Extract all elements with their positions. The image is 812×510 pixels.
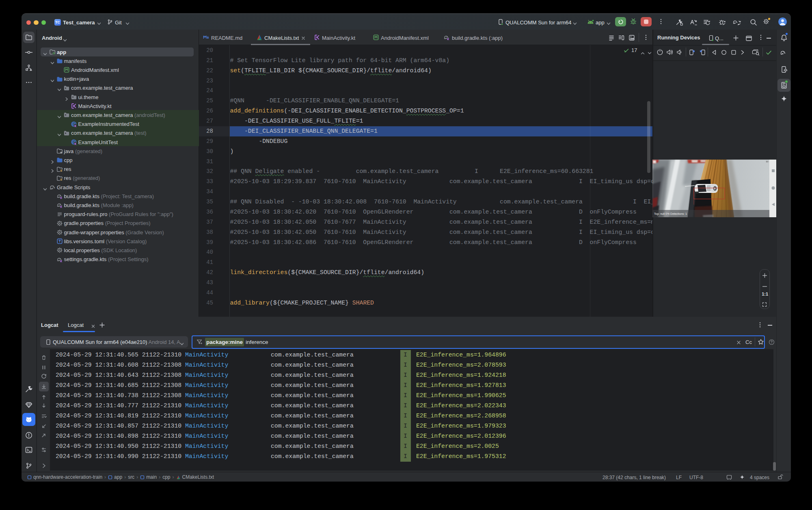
svg-text:Top: null 0% Detections: 1: Top: null 0% Detections: 1 — [654, 212, 687, 216]
